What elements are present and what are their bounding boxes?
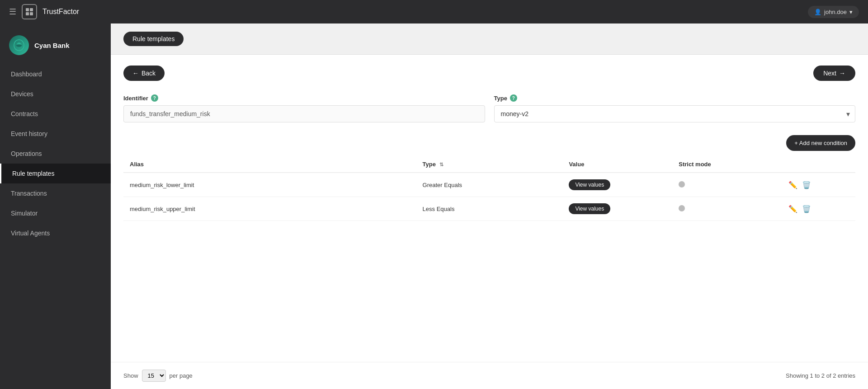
th-alias: Alias <box>123 156 416 173</box>
delete-button-0[interactable]: 🗑️ <box>802 181 811 189</box>
hamburger-icon[interactable]: ☰ <box>9 7 16 17</box>
th-type[interactable]: Type ⇅ <box>416 156 563 173</box>
svg-rect-1 <box>30 8 33 11</box>
identifier-label: Identifier ? <box>123 94 485 102</box>
next-button[interactable]: Next → <box>813 66 855 81</box>
sidebar-item-simulator[interactable]: Simulator <box>0 203 111 223</box>
identifier-input[interactable] <box>123 105 485 122</box>
sidebar-item-devices[interactable]: Devices <box>0 84 111 104</box>
view-values-button-0[interactable]: View values <box>569 179 610 190</box>
cell-strict-0 <box>672 173 782 197</box>
org-name: Cyan Bank <box>34 42 70 49</box>
per-page-select[interactable]: 10 15 25 50 <box>142 370 166 382</box>
sidebar-item-transactions[interactable]: Transactions <box>0 183 111 203</box>
conditions-table: Alias Type ⇅ Value Strict mode medium_ri… <box>123 156 855 221</box>
table-row: medium_risk_upper_limit Less Equals View… <box>123 197 855 221</box>
per-page-suffix: per page <box>170 372 193 379</box>
cell-alias-1: medium_risk_upper_limit <box>123 197 416 221</box>
app-title: TrustFactor <box>42 8 79 16</box>
table-header-row: Alias Type ⇅ Value Strict mode <box>123 156 855 173</box>
sidebar-item-virtual-agents[interactable]: Virtual Agents <box>0 223 111 243</box>
strict-circle-1 <box>679 205 685 211</box>
sidebar-item-contracts[interactable]: Contracts <box>0 104 111 124</box>
form-row: Identifier ? Type ? money-v2 money-v1 <box>123 94 855 122</box>
identifier-group: Identifier ? <box>123 94 485 122</box>
sidebar-item-operations[interactable]: Operations <box>0 144 111 164</box>
table-footer: Show 10 15 25 50 per page Showing 1 to 2… <box>111 362 868 389</box>
th-strict-mode: Strict mode <box>672 156 782 173</box>
org-header: Cyan Bank <box>0 28 111 64</box>
svg-rect-3 <box>30 12 33 15</box>
type-group: Type ? money-v2 money-v1 identity device <box>494 94 856 122</box>
identifier-info-icon: ? <box>151 94 158 102</box>
sidebar-item-event-history[interactable]: Event history <box>0 124 111 144</box>
show-label: Show <box>123 372 138 379</box>
table-row: medium_risk_lower_limit Greater Equals V… <box>123 173 855 197</box>
cell-actions-1: ✏️ 🗑️ <box>782 197 855 221</box>
user-avatar-icon: 👤 <box>814 9 821 15</box>
page-header-title-btn: Rule templates <box>123 32 184 46</box>
cell-strict-1 <box>672 197 782 221</box>
sidebar: Cyan Bank DashboardDevicesContractsEvent… <box>0 23 111 389</box>
view-values-button-1[interactable]: View values <box>569 203 610 214</box>
svg-rect-2 <box>26 12 29 15</box>
sidebar-item-dashboard[interactable]: Dashboard <box>0 64 111 84</box>
main-content: Rule templates ← Back Next → Identifier <box>111 23 868 389</box>
page-header: Rule templates <box>111 23 868 55</box>
th-actions <box>782 156 855 173</box>
table-toolbar: + Add new condition <box>123 135 855 151</box>
sidebar-item-rule-templates[interactable]: Rule templates <box>0 164 111 183</box>
svg-rect-0 <box>26 8 29 11</box>
strict-circle-0 <box>679 181 685 187</box>
cell-type-0: Greater Equals <box>416 173 563 197</box>
app-logo <box>22 4 37 19</box>
content-area: ← Back Next → Identifier ? <box>111 55 868 362</box>
edit-button-1[interactable]: ✏️ <box>788 205 797 213</box>
cell-value-1: View values <box>562 197 672 221</box>
cell-alias-0: medium_risk_lower_limit <box>123 173 416 197</box>
user-dropdown-icon: ▾ <box>849 9 853 15</box>
add-condition-button[interactable]: + Add new condition <box>786 135 855 151</box>
entries-info: Showing 1 to 2 of 2 entries <box>786 372 855 379</box>
cell-value-0: View values <box>562 173 672 197</box>
cell-actions-0: ✏️ 🗑️ <box>782 173 855 197</box>
th-value: Value <box>562 156 672 173</box>
pagination-controls: Show 10 15 25 50 per page <box>123 370 193 382</box>
type-info-icon: ? <box>510 94 517 102</box>
user-name: john.doe <box>824 9 847 15</box>
topbar: ☰ TrustFactor 👤 john.doe ▾ <box>0 0 868 23</box>
sort-icon: ⇅ <box>439 162 443 167</box>
back-button[interactable]: ← Back <box>123 66 165 81</box>
type-select-wrapper: money-v2 money-v1 identity device <box>494 105 856 122</box>
user-menu[interactable]: 👤 john.doe ▾ <box>808 6 859 18</box>
edit-button-0[interactable]: ✏️ <box>788 181 797 189</box>
nav-buttons: ← Back Next → <box>123 66 855 81</box>
org-logo <box>9 35 29 55</box>
type-select[interactable]: money-v2 money-v1 identity device <box>494 105 856 122</box>
next-arrow-icon: → <box>839 70 845 77</box>
type-label: Type ? <box>494 94 856 102</box>
delete-button-1[interactable]: 🗑️ <box>802 205 811 213</box>
cell-type-1: Less Equals <box>416 197 563 221</box>
back-arrow-icon: ← <box>132 70 139 77</box>
